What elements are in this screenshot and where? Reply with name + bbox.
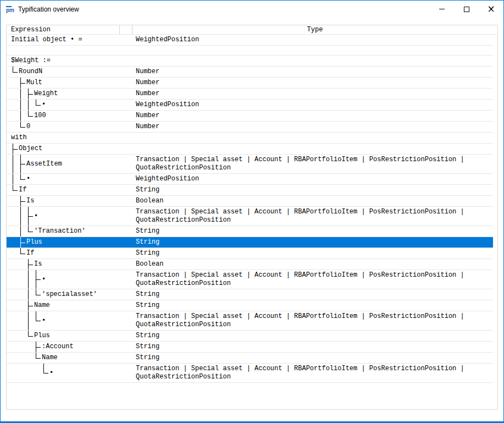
- tree-row[interactable]: IfString: [7, 248, 493, 259]
- gap-cell: [120, 207, 132, 226]
- type-cell: Transaction | Special asset | Account | …: [132, 364, 493, 382]
- tree-line: [36, 321, 41, 321]
- tree-row[interactable]: :AccountString: [7, 342, 493, 353]
- expression-cell: $Weight :=: [7, 56, 120, 66]
- gap-cell: [120, 111, 132, 121]
- tree-row[interactable]: •Transaction | Special asset | Account |…: [7, 364, 493, 383]
- minimize-button[interactable]: [429, 1, 454, 18]
- expression-cell: •: [7, 364, 120, 382]
- tree-row[interactable]: NameString: [7, 353, 493, 364]
- gap-cell: [120, 311, 132, 330]
- type-cell: WeightedPosition: [132, 35, 493, 45]
- expression-cell: Mult: [7, 78, 120, 88]
- expression-cell: 'Transaction': [7, 226, 120, 237]
- column-header-type[interactable]: Type: [132, 25, 497, 34]
- tree-line: [28, 111, 29, 116]
- type-cell: [132, 46, 493, 55]
- tree-line: [36, 105, 41, 106]
- tree-line: [28, 270, 29, 289]
- tree-row[interactable]: 'specialasset'String: [7, 289, 493, 300]
- expression-text: Is: [7, 260, 42, 268]
- expression-cell: •: [7, 270, 120, 289]
- column-header-expression[interactable]: Expression: [7, 25, 120, 34]
- expression-text: Name: [7, 354, 58, 362]
- expression-cell: 100: [7, 111, 120, 121]
- expression-cell: Plus: [7, 237, 120, 248]
- expression-cell: •: [7, 174, 120, 184]
- type-cell: [132, 56, 493, 66]
- tree-line: [28, 289, 29, 300]
- type-cell: Transaction | Special asset | Account | …: [132, 311, 493, 330]
- tree-row[interactable]: Object: [7, 144, 493, 155]
- type-cell: Transaction | Special asset | Account | …: [132, 270, 493, 289]
- gap-cell: [120, 226, 132, 237]
- tree-row[interactable]: •WeightedPosition: [7, 174, 493, 185]
- type-cell: String: [132, 289, 493, 300]
- tree-row[interactable]: PlusString: [7, 237, 493, 248]
- gap-cell: [120, 144, 132, 154]
- tree-line: [28, 216, 33, 217]
- type-cell: String: [132, 331, 493, 341]
- tree-line: [36, 311, 36, 321]
- tree-row[interactable]: MultNumber: [7, 78, 493, 89]
- tree-line: [20, 201, 25, 202]
- expression-cell: •: [7, 311, 120, 330]
- tree-row[interactable]: AssetItemTransaction | Special asset | A…: [7, 155, 493, 174]
- tree-line: [20, 179, 25, 180]
- tree-line: [28, 100, 29, 110]
- gap-cell: [120, 289, 132, 300]
- tree-line: [36, 295, 41, 295]
- tree-row[interactable]: IsBoolean: [7, 196, 493, 207]
- tree-row[interactable]: 'Transaction'String: [7, 226, 493, 237]
- expression-cell: Plus: [7, 331, 120, 341]
- close-icon: ×: [487, 4, 495, 14]
- expression-cell: [7, 46, 120, 55]
- column-header-gap[interactable]: [120, 25, 132, 34]
- gap-cell: [120, 248, 132, 259]
- tree-row[interactable]: Initial object • =WeightedPosition: [7, 35, 493, 46]
- tree-row[interactable]: •Transaction | Special asset | Account |…: [7, 207, 493, 226]
- tree-row[interactable]: •Transaction | Special asset | Account |…: [7, 270, 493, 289]
- tree-row[interactable]: WeightNumber: [7, 89, 493, 100]
- tree-line: [20, 174, 21, 179]
- tree-line: [36, 358, 41, 359]
- tree-line: [20, 248, 21, 254]
- tree-line: [28, 265, 33, 265]
- tree-line: [36, 347, 41, 348]
- tree-row[interactable]: •WeightedPosition: [7, 100, 493, 111]
- tree-row[interactable]: 100Number: [7, 111, 493, 122]
- maximize-button[interactable]: [454, 1, 479, 18]
- gap-cell: [120, 353, 132, 363]
- tree-row[interactable]: with: [7, 133, 493, 144]
- gap-cell: [120, 67, 132, 77]
- expression-text: 0: [7, 123, 30, 131]
- gap-cell: [120, 331, 132, 341]
- type-cell: WeightedPosition: [132, 100, 493, 110]
- close-button[interactable]: ×: [479, 1, 503, 18]
- svg-text:pm: pm: [6, 7, 14, 13]
- tree-row[interactable]: $Weight :=: [7, 56, 493, 67]
- tree-line: [20, 89, 21, 99]
- gap-cell: [120, 78, 132, 88]
- tree-row[interactable]: •Transaction | Special asset | Account |…: [7, 311, 493, 331]
- tree-line: [28, 336, 33, 337]
- tree-row[interactable]: IfString: [7, 185, 493, 196]
- expression-cell: :Account: [7, 342, 120, 352]
- expression-text: RoundN: [7, 68, 42, 76]
- tree-row[interactable]: IsBoolean: [7, 259, 493, 270]
- tree-line: [20, 100, 21, 110]
- type-cell: Number: [132, 78, 493, 88]
- tree-row[interactable]: RoundNNumber: [7, 67, 493, 78]
- titlebar[interactable]: pm Typification overview ×: [1, 1, 503, 18]
- pm-app-icon: pm: [5, 5, 14, 14]
- tree-line: [13, 72, 18, 73]
- tree-line: [13, 155, 13, 173]
- gap-cell: [120, 56, 132, 66]
- tree-row[interactable]: NameString: [7, 300, 493, 311]
- expression-cell: 'specialasset': [7, 289, 120, 300]
- tree-row[interactable]: PlusString: [7, 331, 493, 342]
- window-title: Typification overview: [18, 6, 429, 13]
- spacer-row[interactable]: [7, 46, 493, 56]
- expression-cell: AssetItem: [7, 155, 120, 173]
- tree-row[interactable]: 0Number: [7, 122, 493, 133]
